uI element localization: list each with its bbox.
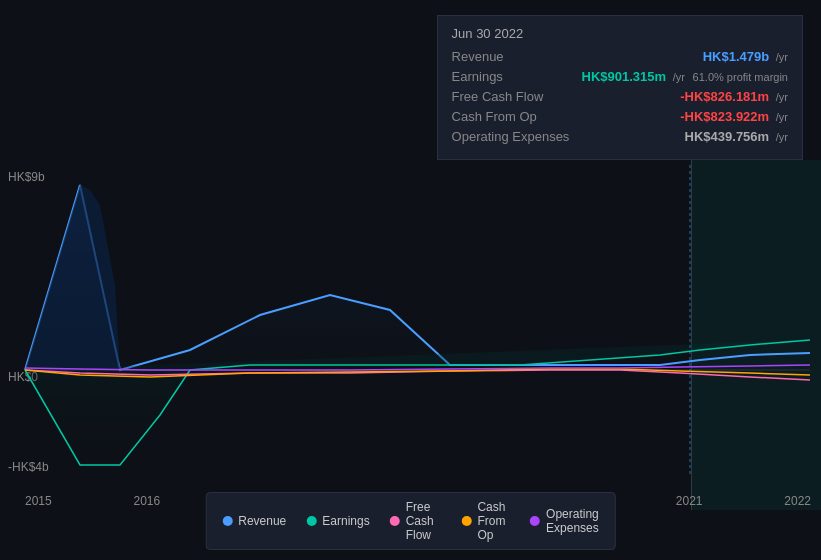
tooltip-title: Jun 30 2022: [452, 26, 788, 41]
legend-earnings-label: Earnings: [322, 514, 369, 528]
earnings-dot: [306, 516, 316, 526]
revenue-label: Revenue: [452, 49, 582, 64]
legend-revenue[interactable]: Revenue: [222, 514, 286, 528]
x-label-2015: 2015: [25, 494, 52, 508]
opex-label: Operating Expenses: [452, 129, 582, 144]
legend-cashfromop-label: Cash From Op: [477, 500, 510, 542]
legend-opex[interactable]: Operating Expenses: [530, 507, 599, 535]
revenue-dot: [222, 516, 232, 526]
legend-fcf-label: Free Cash Flow: [406, 500, 442, 542]
revenue-row: Revenue HK$1.479b /yr: [452, 49, 788, 64]
cashfromop-row: Cash From Op -HK$823.922m /yr: [452, 109, 788, 124]
fcf-label: Free Cash Flow: [452, 89, 582, 104]
chart-svg: [0, 155, 821, 485]
chart-legend: Revenue Earnings Free Cash Flow Cash Fro…: [205, 492, 616, 550]
fcf-row: Free Cash Flow -HK$826.181m /yr: [452, 89, 788, 104]
legend-revenue-label: Revenue: [238, 514, 286, 528]
fcf-value: -HK$826.181m /yr: [680, 89, 788, 104]
earnings-row: Earnings HK$901.315m /yr 61.0% profit ma…: [452, 69, 788, 84]
cashfromop-label: Cash From Op: [452, 109, 582, 124]
revenue-value: HK$1.479b /yr: [703, 49, 788, 64]
earnings-label: Earnings: [452, 69, 582, 84]
cashfromop-value: -HK$823.922m /yr: [680, 109, 788, 124]
x-label-2021: 2021: [676, 494, 703, 508]
data-tooltip: Jun 30 2022 Revenue HK$1.479b /yr Earnin…: [437, 15, 803, 160]
legend-opex-label: Operating Expenses: [546, 507, 599, 535]
opex-dot: [530, 516, 540, 526]
earnings-value: HK$901.315m /yr 61.0% profit margin: [582, 69, 788, 84]
legend-fcf[interactable]: Free Cash Flow: [390, 500, 442, 542]
fcf-dot: [390, 516, 400, 526]
legend-cashfromop[interactable]: Cash From Op: [461, 500, 510, 542]
opex-row: Operating Expenses HK$439.756m /yr: [452, 129, 788, 144]
cashfromop-dot: [461, 516, 471, 526]
x-label-2016: 2016: [133, 494, 160, 508]
opex-value: HK$439.756m /yr: [685, 129, 788, 144]
x-label-2022: 2022: [784, 494, 811, 508]
legend-earnings[interactable]: Earnings: [306, 514, 369, 528]
